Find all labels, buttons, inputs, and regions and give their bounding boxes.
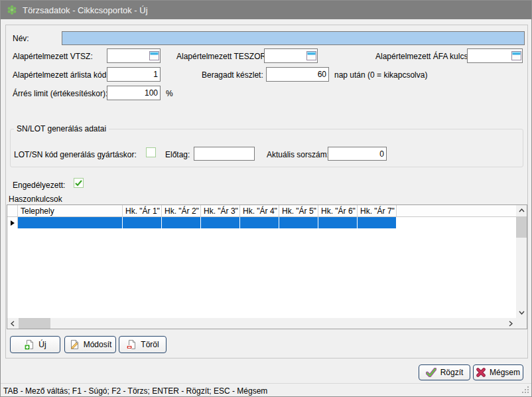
column-header-indicator — [7, 205, 18, 217]
column-header-hk-ar7[interactable]: Hk. "Ár 7" — [358, 205, 397, 217]
arres-input[interactable] — [107, 86, 161, 100]
selected-row-cell-hk-ar5[interactable] — [279, 217, 318, 228]
sorszam-label: Aktuális sorszám: — [267, 149, 329, 160]
cancel-x-icon — [476, 368, 486, 377]
afa-lookup-button[interactable] — [511, 49, 522, 62]
window-title: Törzsadatok - Cikkcsoportok - Új — [23, 5, 148, 15]
chevron-down-icon — [519, 311, 525, 315]
scroll-up-button[interactable] — [516, 205, 527, 216]
vertical-scrollbar[interactable] — [516, 205, 527, 318]
vtsz-label: Alapértelmezett VTSZ: — [13, 51, 93, 62]
column-header-telephely[interactable]: Telephely — [18, 205, 123, 217]
teszor-label: Alapértelmezett TESZOR: — [176, 51, 269, 62]
column-header-hk-ar1[interactable]: Hk. "Ár 1" — [123, 205, 162, 217]
lotsn-label: LOT/SN kód generálás gyártáskor: — [14, 149, 137, 160]
edit-document-icon — [69, 339, 80, 350]
horizontal-scrollbar[interactable] — [7, 318, 516, 329]
rogzit-button[interactable]: Rögzít — [419, 364, 470, 380]
selected-row-cell-hk-ar6[interactable] — [318, 217, 358, 228]
arlista-label: Alapértelmezett árlista kód: — [13, 70, 109, 80]
statusbar-text: TAB - Mező váltás; F1 - Súgó; F2 - Törzs… — [3, 386, 267, 396]
confirm-check-icon — [426, 368, 436, 377]
vtsz-field — [107, 48, 161, 63]
megsem-button[interactable]: Mégsem — [473, 364, 523, 380]
elotag-label: Előtag: — [165, 149, 190, 160]
modosit-button[interactable]: Módosít — [64, 336, 116, 353]
elotag-input[interactable] — [194, 147, 255, 161]
scrollbar-corner — [516, 318, 527, 329]
column-header-hk-ar4[interactable]: Hk. "Ár 4" — [240, 205, 279, 217]
scroll-down-button[interactable] — [516, 307, 527, 318]
engedelyezett-label: Engedélyezett: — [13, 180, 65, 191]
beragadt-label: Beragadt készlet: — [202, 70, 263, 80]
beragadt-suffix: nap után (0 = kikapcsolva) — [334, 70, 427, 80]
selected-row-cell-hk-ar2[interactable] — [162, 217, 201, 228]
vtsz-lookup-button[interactable] — [149, 49, 160, 62]
nev-label: Név: — [13, 33, 29, 44]
engedelyezett-checkbox[interactable] — [74, 178, 84, 188]
megsem-button-label: Mégsem — [490, 368, 520, 377]
table-lookup-icon — [306, 51, 316, 60]
column-header-filler — [397, 205, 516, 217]
table-lookup-icon — [149, 51, 159, 60]
torol-button-label: Töröl — [141, 340, 159, 349]
haszonkulcsok-label: Haszonkulcsok — [9, 194, 62, 204]
modosit-button-label: Módosít — [84, 340, 112, 349]
selected-row-cell-hk-ar3[interactable] — [201, 217, 240, 228]
scroll-right-button[interactable] — [505, 318, 516, 329]
selected-row-cell-telephely[interactable] — [18, 217, 123, 228]
uj-button-label: Új — [38, 340, 46, 349]
teszor-lookup-button[interactable] — [306, 49, 317, 62]
app-flower-icon — [7, 5, 17, 15]
new-document-icon — [24, 339, 34, 350]
horizontal-scrollbar-thumb[interactable] — [19, 318, 50, 329]
titlebar[interactable]: Törzsadatok - Cikkcsoportok - Új — [1, 1, 531, 19]
arres-label: Árrés limit (értékesítéskor): — [13, 88, 107, 99]
uj-button[interactable]: Új — [10, 336, 60, 353]
selected-row-cell-hk-ar7[interactable] — [358, 217, 397, 228]
scroll-left-button[interactable] — [7, 318, 18, 329]
statusbar: TAB - Mező váltás; F1 - Súgó; F2 - Törzs… — [1, 383, 531, 397]
vtsz-input[interactable] — [107, 51, 149, 60]
column-header-hk-ar2[interactable]: Hk. "Ár 2" — [162, 205, 201, 217]
column-header-hk-ar6[interactable]: Hk. "Ár 6" — [318, 205, 358, 217]
column-header-hk-ar3[interactable]: Hk. "Ár 3" — [201, 205, 240, 217]
delete-document-icon — [126, 339, 137, 350]
dialog-window: Törzsadatok - Cikkcsoportok - Új Név: Al… — [0, 0, 532, 397]
sorszam-input[interactable] — [328, 147, 387, 161]
arres-suffix: % — [166, 88, 173, 99]
rogzit-button-label: Rögzít — [440, 368, 464, 377]
row-indicator-cell — [7, 217, 18, 228]
arlista-input[interactable] — [107, 67, 161, 82]
teszor-field — [264, 48, 318, 63]
beragadt-input[interactable] — [266, 67, 329, 82]
afa-label: Alapértelmezett ÁFA kulcs: — [375, 51, 470, 62]
afa-input[interactable] — [468, 51, 511, 60]
snlot-groupbox — [10, 129, 523, 167]
teszor-input[interactable] — [265, 51, 306, 60]
chevron-left-icon — [11, 321, 15, 327]
check-icon — [75, 180, 82, 187]
current-row-arrow-icon — [11, 220, 15, 226]
snlot-group-title: SN/LOT generálás adatai — [14, 124, 109, 133]
haszonkulcsok-table: Telephely Hk. "Ár 1" Hk. "Ár 2" Hk. "Ár … — [7, 204, 527, 329]
lotsn-checkbox[interactable] — [146, 147, 156, 157]
chevron-up-icon — [519, 208, 525, 212]
torol-button[interactable]: Töröl — [119, 336, 166, 353]
afa-field — [467, 48, 523, 63]
selected-row-cell-hk-ar1[interactable] — [123, 217, 162, 228]
chevron-right-icon — [509, 321, 513, 327]
table-lookup-icon — [511, 51, 521, 60]
resize-grip[interactable] — [521, 386, 529, 396]
nev-input[interactable] — [62, 31, 525, 45]
vertical-scrollbar-thumb[interactable] — [516, 216, 527, 238]
selected-row-cell-hk-ar4[interactable] — [240, 217, 279, 228]
column-header-hk-ar5[interactable]: Hk. "Ár 5" — [279, 205, 318, 217]
